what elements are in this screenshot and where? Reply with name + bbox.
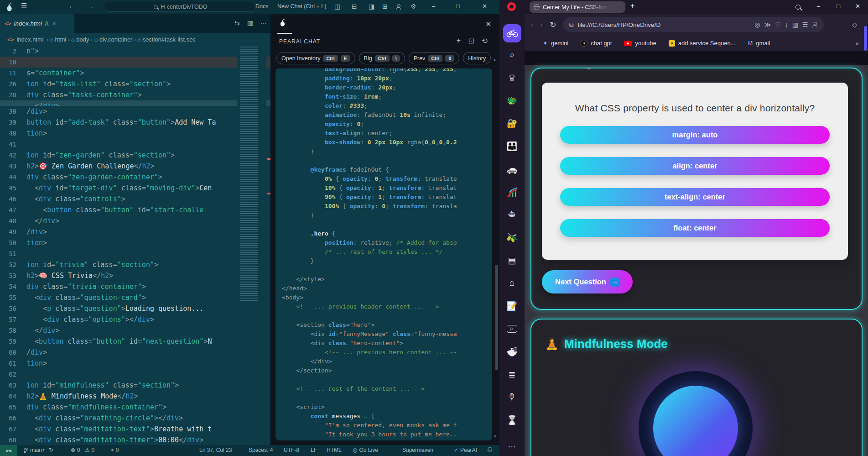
crown-icon[interactable]: ♕ [503,72,521,84]
breadcrumb-item[interactable]: div.container [99,36,133,43]
breadcrumb-item[interactable]: body [76,36,89,43]
docs-menu-item[interactable]: Docs [255,3,268,10]
remote-indicator[interactable]: >< [0,445,17,456]
back-arrow-icon[interactable]: ← [68,2,75,10]
chat-close-icon[interactable]: ✕ [485,20,491,28]
history-icon[interactable]: ⟲ [482,37,488,45]
quiz-option[interactable]: align: center [560,157,830,175]
url-text[interactable]: file:///C:/Users/HP/OneDrive/D [578,21,751,28]
workspace-bicycle-icon[interactable] [503,24,521,42]
olives-icon[interactable]: 🫒 [503,231,521,243]
window-maximize-button[interactable]: □ [837,3,840,10]
split-columns-icon[interactable]: ▥ [247,19,253,26]
hourglass-icon[interactable]: ⌛ [503,414,521,426]
problems-item[interactable]: ⊗0 ⚠0 [71,447,94,453]
quiz-option[interactable]: margin: auto [560,126,830,144]
code-editor[interactable]: 2n">1011s="container">26ion id="task-lis… [0,46,270,445]
breadcrumb-item[interactable]: html [55,36,67,43]
snapshot-camera-icon[interactable]: ◎ [754,21,760,28]
roller-coaster-icon[interactable]: 🎢 [503,186,521,198]
address-field[interactable]: ⧉ file:///C:/Users/HP/OneDrive/D ◎ ≫ ♡ ↓… [563,17,824,32]
forward-arrow-icon[interactable]: → [88,2,94,10]
next-question-button[interactable]: Next Question → [542,270,633,294]
scroll-up-icon[interactable]: ▲ [493,58,497,62]
breadcrumb-item[interactable]: section#task-list.sec [143,36,196,43]
chat-pill-history[interactable]: History [463,52,491,64]
toggle-panel-icon[interactable]: ⊟ [352,3,357,10]
window-minimize-button[interactable]: – [817,3,820,10]
chat-pill-prev[interactable]: PrevCtrl0 [409,52,460,64]
new-chat-menu-item[interactable]: New Chat (Ctrl + L) [277,3,326,10]
list-icon[interactable]: ≣ [503,368,521,380]
page-scrollbar[interactable] [864,26,867,51]
share-icon[interactable]: ≫ [764,21,771,28]
account-icon[interactable] [396,4,401,11]
ports-item[interactable]: ⌖0 [111,447,119,453]
notifications-bell-icon[interactable] [487,447,492,452]
minimap[interactable] [237,46,266,445]
more-options-icon[interactable]: ⋯ [508,442,516,451]
car-icon[interactable]: 🚗 [503,163,521,175]
chat-pear-tab-icon[interactable] [279,18,286,28]
chat-pill-open-inventory[interactable]: Open InventoryCtrlE [276,52,355,64]
document-icon[interactable]: ▤ [503,254,521,266]
chat-scrollbar[interactable] [495,265,498,370]
bookmark-gmail[interactable]: Mgmail [748,40,770,47]
video-player-icon[interactable]: ▷ [503,323,521,335]
breadcrumb-file[interactable]: index.html [16,36,43,43]
breadcrumb[interactable]: <> index.html › ◇ html › ◇ body › ◇ div.… [0,33,270,46]
lock-icon[interactable]: 🔐 [503,117,521,129]
go-live-item[interactable]: ◎Go Live [353,447,378,453]
new-chat-icon[interactable]: + [457,37,461,45]
reload-icon[interactable]: ↻ [550,20,556,30]
bookmark-chat-gpt[interactable]: ✳chat gpt [581,40,612,47]
extensions-cube-icon[interactable]: ◇ [852,21,857,28]
search-icon[interactable]: ⌕ [503,49,521,61]
split-editor-icon[interactable]: ◫ [334,3,340,10]
microphone-icon[interactable]: 🎙 [503,391,521,403]
new-tab-button[interactable]: + [630,2,634,10]
search-icon[interactable] [795,4,800,11]
browser-tab[interactable]: Center My Life - CSS-Inspi [530,1,625,13]
window-close-button[interactable]: ✕ [482,3,487,10]
command-search-box[interactable]: H-centerDivTODO [105,2,255,12]
quiz-option[interactable]: float: center [560,219,830,237]
chat-pill-big[interactable]: BigCtrl\ [359,52,405,64]
window-maximize-button[interactable]: □ [456,3,460,10]
bookmark-heart-icon[interactable]: ♡ [775,21,781,28]
bookmark-gemini[interactable]: ✦gemini [543,40,568,47]
ferry-icon[interactable]: ⛴ [503,209,521,220]
home-icon[interactable]: ⌂ [503,277,521,289]
pearai-status-item[interactable]: ✓PearAI [454,447,477,453]
quiz-option[interactable]: text-align: center [560,188,830,206]
language-item[interactable]: HTML [327,447,342,453]
back-arrow-icon[interactable]: ‹ [531,20,534,29]
cursor-position-item[interactable]: Ln 37, Col 23 [199,447,232,453]
toggle-sidebar-icon[interactable]: ◨ [369,3,374,10]
encoding-item[interactable]: UTF-8 [284,447,299,453]
reading-list-icon[interactable]: ▥ [792,21,798,28]
bookmark-youtube[interactable]: ▶youtube [624,40,656,47]
bookmark-add-service-sequen-[interactable]: »add service Sequen... [669,40,736,47]
settings-gear-icon[interactable]: ⚙ [411,3,416,10]
dragon-icon[interactable]: 🐲 [503,94,521,106]
git-branch-item[interactable]: main+ ↻ [24,447,53,453]
family-icon[interactable]: 👪 [503,140,521,152]
expand-frame-icon[interactable]: ⊡ [468,37,474,45]
window-close-button[interactable]: ✕ [855,3,860,10]
noodle-bowl-icon[interactable]: 🍜 [503,346,521,357]
more-actions-icon[interactable]: ⋯ [260,19,267,26]
chat-code-block[interactable]: background-color: rgba(255, 255, 255, pa… [275,68,492,440]
compare-icon[interactable]: ⇆ [234,19,240,26]
menu-icon[interactable]: ☰ [21,2,27,10]
profile-icon[interactable] [812,22,817,27]
supermaven-item[interactable]: Supermaven [402,447,433,453]
layout-grid-icon[interactable]: ⊞ [382,3,388,10]
download-icon[interactable]: ↓ [785,21,788,28]
tab-index-html[interactable]: <> index.html A × [0,14,74,33]
indentation-item[interactable]: Spaces: 4 [249,447,273,453]
window-minimize-button[interactable]: – [432,3,435,10]
memo-icon[interactable]: 📝 [503,300,521,312]
scroll-down-icon[interactable]: ▼ [493,434,497,439]
tune-sliders-icon[interactable]: ☰ [802,21,808,28]
